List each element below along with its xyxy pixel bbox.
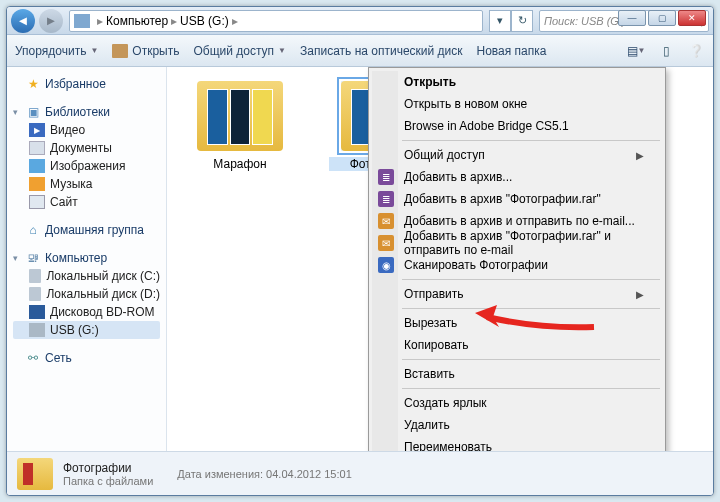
nav-forward-button[interactable]: ► <box>39 9 63 33</box>
mail-icon: ✉ <box>378 213 394 229</box>
sidebar-libraries[interactable]: ▾▣ Библиотеки <box>13 103 160 121</box>
refresh-button[interactable]: ↻ <box>511 10 533 32</box>
separator <box>402 359 660 360</box>
folder-icon <box>112 44 128 58</box>
content-area[interactable]: Марафон Фотографии О <box>167 67 713 451</box>
breadcrumb-drive[interactable]: USB (G:) <box>180 14 229 28</box>
mail-icon: ✉ <box>378 235 394 251</box>
help-button[interactable]: ❔ <box>687 42 705 60</box>
ctx-open-new-window[interactable]: Открыть в новом окне <box>372 93 662 115</box>
organize-menu[interactable]: Упорядочить▼ <box>15 44 98 58</box>
toolbar: Упорядочить▼ Открыть Общий доступ▼ Запис… <box>7 35 713 67</box>
sidebar-item-disk-c[interactable]: Локальный диск (C:) <box>13 267 160 285</box>
folder-marathon[interactable]: Марафон <box>185 81 295 171</box>
breadcrumb-root[interactable]: Компьютер <box>106 14 168 28</box>
sidebar: ★ Избранное ▾▣ Библиотеки ▶Видео Докумен… <box>7 67 167 451</box>
drive-icon <box>74 14 90 28</box>
preview-pane-button[interactable]: ▯ <box>657 42 675 60</box>
ctx-cut[interactable]: Вырезать <box>372 312 662 334</box>
libraries-icon: ▣ <box>25 105 41 119</box>
sidebar-item-site[interactable]: Сайт <box>13 193 160 211</box>
share-menu[interactable]: Общий доступ▼ <box>193 44 286 58</box>
search-placeholder: Поиск: USB (G:) <box>544 15 626 27</box>
usb-icon <box>29 323 45 337</box>
separator <box>402 388 660 389</box>
star-icon: ★ <box>25 77 41 91</box>
ctx-delete[interactable]: Удалить <box>372 414 662 436</box>
music-icon <box>29 177 45 191</box>
sidebar-item-images[interactable]: Изображения <box>13 157 160 175</box>
sidebar-computer[interactable]: ▾🖳 Компьютер <box>13 249 160 267</box>
sidebar-item-music[interactable]: Музыка <box>13 175 160 193</box>
bd-icon <box>29 305 45 319</box>
ctx-share[interactable]: Общий доступ▶ <box>372 144 662 166</box>
status-date-value: 04.04.2012 15:01 <box>266 468 352 480</box>
submenu-arrow-icon: ▶ <box>636 150 644 161</box>
sidebar-item-usb[interactable]: USB (G:) <box>13 321 160 339</box>
breadcrumb-dropdown[interactable]: ▾ <box>489 10 511 32</box>
context-menu: Открыть Открыть в новом окне Browse in A… <box>368 67 666 451</box>
sidebar-item-video[interactable]: ▶Видео <box>13 121 160 139</box>
separator <box>402 308 660 309</box>
ctx-rename[interactable]: Переименовать <box>372 436 662 451</box>
sidebar-item-disk-d[interactable]: Локальный диск (D:) <box>13 285 160 303</box>
explorer-window: ◄ ► ▸ Компьютер ▸ USB (G:) ▸ ▾ ↻ Поиск: … <box>6 6 714 496</box>
ctx-send-to[interactable]: Отправить▶ <box>372 283 662 305</box>
sidebar-favorites[interactable]: ★ Избранное <box>13 75 160 93</box>
video-icon: ▶ <box>29 123 45 137</box>
ctx-add-archive[interactable]: ≣Добавить в архив... <box>372 166 662 188</box>
ctx-scan[interactable]: ◉Сканировать Фотографии <box>372 254 662 276</box>
thumb <box>207 89 228 145</box>
rar-icon: ≣ <box>378 191 394 207</box>
image-icon <box>29 159 45 173</box>
rar-icon: ≣ <box>378 169 394 185</box>
separator <box>402 140 660 141</box>
ctx-adobe-bridge[interactable]: Browse in Adobe Bridge CS5.1 <box>372 115 662 137</box>
separator <box>402 279 660 280</box>
titlebar: ◄ ► ▸ Компьютер ▸ USB (G:) ▸ ▾ ↻ Поиск: … <box>7 7 713 35</box>
status-bar: Фотографии Папка с файлами Дата изменени… <box>7 451 713 495</box>
ctx-create-shortcut[interactable]: Создать ярлык <box>372 392 662 414</box>
ctx-paste[interactable]: Вставить <box>372 363 662 385</box>
submenu-arrow-icon: ▶ <box>636 289 644 300</box>
document-icon <box>29 141 45 155</box>
sidebar-item-bdrom[interactable]: Дисковод BD-ROM <box>13 303 160 321</box>
view-menu[interactable]: ▤▼ <box>627 42 645 60</box>
nav-back-button[interactable]: ◄ <box>11 9 35 33</box>
thumb <box>230 89 251 145</box>
network-icon: ⚯ <box>25 351 41 365</box>
ctx-archive-named-email[interactable]: ✉Добавить в архив "Фотографии.rar" и отп… <box>372 232 662 254</box>
close-button[interactable]: ✕ <box>678 10 706 26</box>
folder-label: Марафон <box>185 157 295 171</box>
open-button[interactable]: Открыть <box>112 44 179 58</box>
status-name: Фотографии <box>63 461 153 475</box>
sidebar-item-documents[interactable]: Документы <box>13 139 160 157</box>
site-icon <box>29 195 45 209</box>
status-folder-icon <box>17 458 53 490</box>
thumb <box>252 89 273 145</box>
scan-icon: ◉ <box>378 257 394 273</box>
ctx-add-archive-named[interactable]: ≣Добавить в архив "Фотографии.rar" <box>372 188 662 210</box>
ctx-open[interactable]: Открыть <box>372 71 662 93</box>
computer-icon: 🖳 <box>25 251 41 265</box>
status-date-label: Дата изменения: <box>177 468 263 480</box>
status-type: Папка с файлами <box>63 475 153 487</box>
homegroup-icon: ⌂ <box>25 223 41 237</box>
new-folder-button[interactable]: Новая папка <box>477 44 547 58</box>
sidebar-network[interactable]: ⚯ Сеть <box>13 349 160 367</box>
body: ★ Избранное ▾▣ Библиотеки ▶Видео Докумен… <box>7 67 713 451</box>
sidebar-homegroup[interactable]: ⌂ Домашняя группа <box>13 221 160 239</box>
disk-icon <box>29 287 41 301</box>
maximize-button[interactable]: ▢ <box>648 10 676 26</box>
burn-button[interactable]: Записать на оптический диск <box>300 44 463 58</box>
window-controls: — ▢ ✕ <box>618 10 706 26</box>
minimize-button[interactable]: — <box>618 10 646 26</box>
disk-icon <box>29 269 41 283</box>
breadcrumb[interactable]: ▸ Компьютер ▸ USB (G:) ▸ <box>69 10 483 32</box>
ctx-copy[interactable]: Копировать <box>372 334 662 356</box>
